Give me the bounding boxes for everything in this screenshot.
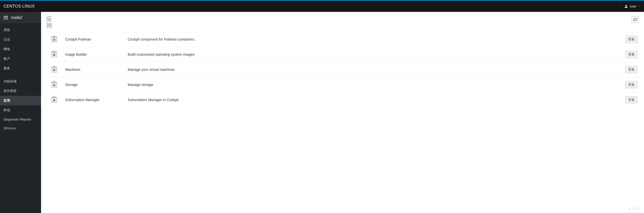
package-icon bbox=[51, 51, 57, 58]
app-row: Cockpit PodmanCockpit component for Podm… bbox=[46, 32, 639, 47]
refresh-button[interactable] bbox=[631, 16, 639, 23]
install-button[interactable]: 安装 bbox=[625, 81, 637, 88]
package-icon bbox=[51, 96, 57, 104]
install-button[interactable]: 安装 bbox=[625, 36, 637, 43]
svg-point-10 bbox=[53, 69, 55, 71]
app-description: Cockpit component for Podman containers. bbox=[128, 37, 621, 41]
package-icon bbox=[51, 66, 57, 74]
sidebar-item-label: 内核转储 bbox=[4, 79, 17, 83]
sidebar-item-label: 账户 bbox=[4, 57, 10, 60]
app-name[interactable]: Cockpit Podman bbox=[65, 37, 123, 41]
package-icon bbox=[51, 36, 57, 43]
svg-rect-8 bbox=[54, 51, 54, 52]
sidebar-item[interactable]: SELinux bbox=[0, 124, 41, 133]
user-name: root bbox=[630, 4, 636, 8]
chevron-down-icon bbox=[638, 5, 640, 8]
nav-spacer bbox=[0, 73, 41, 77]
sidebar-item[interactable]: 系统 bbox=[0, 25, 41, 35]
app-description: Manage storage bbox=[128, 83, 621, 87]
svg-rect-14 bbox=[54, 81, 54, 83]
app-row: Image BuilderBuild customized operating … bbox=[46, 47, 639, 62]
sidebar-item[interactable]: 账户 bbox=[0, 54, 41, 64]
sidebar: node2 系统日志网络账户服务内核转储软件更新应用终端Diagnostic R… bbox=[0, 12, 41, 213]
app-icon-cell bbox=[48, 81, 61, 89]
app-name[interactable]: Image Builder bbox=[65, 52, 123, 56]
app-icon-cell bbox=[48, 36, 61, 43]
sidebar-item[interactable]: 内核转储 bbox=[0, 77, 41, 86]
app-name[interactable]: Machines bbox=[65, 68, 123, 72]
host-name: node2 bbox=[11, 15, 22, 20]
svg-point-7 bbox=[53, 54, 55, 56]
top-navbar: CENTOS LINUX root bbox=[0, 1, 644, 12]
app-row: StorageManage storage安装 bbox=[46, 77, 639, 93]
sidebar-item[interactable]: 软件更新 bbox=[0, 86, 41, 96]
sidebar-item[interactable]: 终端 bbox=[0, 105, 41, 115]
sidebar-item-label: SELinux bbox=[4, 126, 16, 130]
sidebar-item-label: 网络 bbox=[4, 47, 10, 51]
sidebar-item-label: 软件更新 bbox=[4, 89, 17, 93]
sidebar-item-label: 应用 bbox=[4, 99, 10, 102]
logo-icon bbox=[628, 207, 631, 211]
app-description: Build customized operating system images bbox=[128, 52, 621, 56]
install-button[interactable]: 安装 bbox=[625, 51, 637, 58]
install-button[interactable]: 安装 bbox=[625, 96, 637, 103]
app-description: Subscription Manager in Cockpit bbox=[128, 98, 621, 102]
refresh-icon bbox=[633, 18, 637, 21]
user-icon bbox=[624, 5, 628, 8]
app-name[interactable]: Subscription Manager bbox=[65, 98, 123, 102]
svg-rect-11 bbox=[54, 66, 54, 68]
install-button[interactable]: 安装 bbox=[625, 66, 637, 73]
nav-list: 系统日志网络账户服务内核转储软件更新应用终端Diagnostic Reports… bbox=[0, 24, 41, 133]
watermark: 亿速云 bbox=[628, 207, 641, 211]
sidebar-item-label: Diagnostic Reports bbox=[4, 117, 31, 121]
sidebar-item[interactable]: 服务 bbox=[0, 64, 41, 73]
sidebar-item[interactable]: 日志 bbox=[0, 35, 41, 44]
main-content: 应用 Cockpit PodmanCockpit component for P… bbox=[41, 12, 644, 213]
svg-rect-17 bbox=[54, 97, 54, 98]
app-row: MachinesManage your virtual machines安装 bbox=[46, 62, 639, 77]
watermark-text: 亿速云 bbox=[632, 207, 641, 211]
sidebar-item[interactable]: Diagnostic Reports bbox=[0, 115, 41, 124]
svg-point-16 bbox=[53, 99, 55, 101]
sidebar-item[interactable]: 网络 bbox=[0, 44, 41, 54]
layout: node2 系统日志网络账户服务内核转储软件更新应用终端Diagnostic R… bbox=[0, 12, 644, 213]
apps-list: Cockpit PodmanCockpit component for Podm… bbox=[46, 32, 639, 108]
user-menu[interactable]: root bbox=[620, 1, 640, 12]
sidebar-item-label: 系统 bbox=[4, 28, 10, 32]
app-icon-cell bbox=[48, 51, 61, 58]
brand-title: CENTOS LINUX bbox=[4, 4, 35, 9]
svg-point-13 bbox=[53, 84, 55, 86]
svg-rect-5 bbox=[54, 36, 54, 37]
app-icon-cell bbox=[48, 96, 61, 104]
sidebar-item-label: 终端 bbox=[4, 108, 10, 112]
content-header: 应用 bbox=[46, 16, 639, 29]
app-name[interactable]: Storage bbox=[65, 83, 123, 87]
server-icon bbox=[4, 15, 8, 20]
app-row: Subscription ManagerSubscription Manager… bbox=[46, 93, 639, 108]
app-icon-cell bbox=[48, 66, 61, 74]
package-icon bbox=[51, 81, 57, 89]
host-switcher[interactable]: node2 bbox=[0, 12, 41, 24]
sidebar-item[interactable]: 应用 bbox=[0, 96, 41, 105]
page-title: 应用 bbox=[46, 16, 53, 29]
sidebar-item-label: 服务 bbox=[4, 66, 10, 70]
sidebar-item-label: 日志 bbox=[4, 38, 10, 41]
app-description: Manage your virtual machines bbox=[128, 68, 621, 72]
svg-point-4 bbox=[53, 39, 55, 41]
